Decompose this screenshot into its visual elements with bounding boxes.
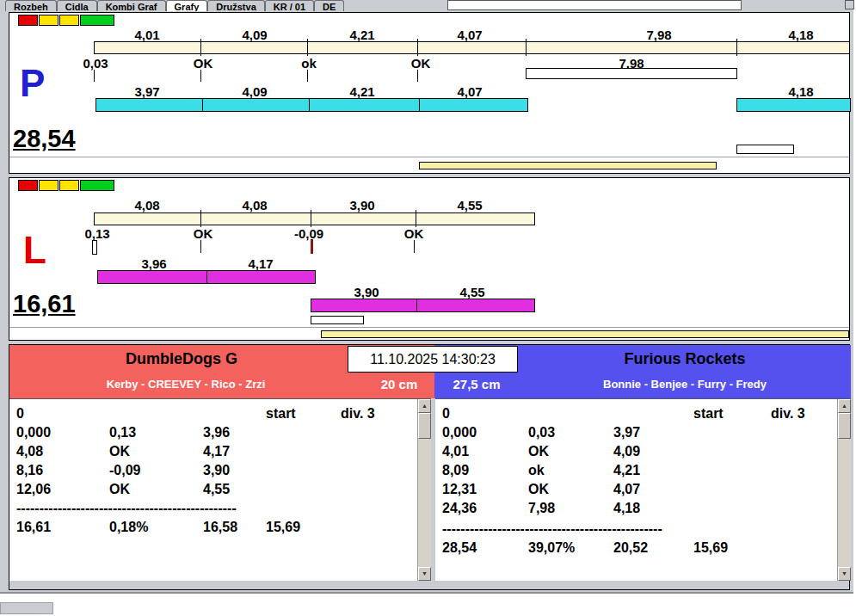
table-total-row: 28,54 39,07% 20,52 15,69 (435, 540, 851, 557)
table-row: 4,08 OK 4,17 (9, 444, 431, 461)
table-cell: 16,61 (16, 520, 51, 535)
tab-kombi-graf[interactable]: Kombi Graf (97, 0, 166, 11)
table-cell: 3,96 (203, 425, 230, 440)
ruler-tick (311, 210, 311, 227)
table-cell: 3,97 (613, 425, 640, 440)
crossing-mark-label: -0,09 (279, 226, 339, 241)
table-cell: 0,13 (109, 425, 136, 440)
crossing-tick (307, 70, 308, 82)
lane-l-progress-bar (321, 330, 849, 338)
run-split-label: 4,21 (332, 84, 392, 99)
split-time-label: 4,08 (225, 198, 285, 213)
status-light-yellow-1 (39, 15, 59, 26)
lane-l-total-time: 16,61 (13, 292, 76, 317)
table-cell: 12,06 (16, 482, 51, 497)
table-cell: 4,55 (203, 482, 230, 497)
lane-p-status-lights (18, 15, 115, 26)
split-time-label: 4,09 (225, 28, 285, 42)
lane-p-letter: P (20, 65, 45, 102)
run-split-label: 4,07 (440, 84, 500, 99)
tab-rozbeh[interactable]: Rozbeh (5, 0, 57, 11)
screen: Rozbeh Cidla Kombi Graf Grafy Družstva K… (0, 0, 856, 616)
lane-l-run-bar-1 (97, 270, 316, 284)
table-cell: 3,90 (203, 463, 230, 478)
table-cell: OK (528, 482, 549, 497)
vertical-scrollbar[interactable]: ▲ ▼ (417, 399, 431, 581)
table-cell: -0,09 (109, 463, 140, 478)
crossing-tick (200, 70, 201, 82)
crossing-tick (200, 240, 201, 253)
table-cell: div. 3 (771, 406, 805, 422)
team-left-members: Kerby - CREEVEY - Rico - Zrzi (9, 378, 362, 391)
table-row: 0,000 0,13 3,96 (9, 425, 431, 442)
vertical-scrollbar[interactable]: ▲ ▼ (837, 399, 851, 581)
results-section: DumbleDogs G Kerby - CREEVEY - Rico - Zr… (9, 344, 850, 590)
split-time-label: 4,07 (440, 28, 500, 42)
crossing-mark-label: OK (384, 226, 444, 241)
run-split-label: 4,09 (225, 84, 285, 99)
run-split-label: 4,17 (231, 256, 291, 271)
segment-divider (206, 271, 207, 283)
table-cell: 4,17 (203, 444, 230, 459)
split-time-label: 4,18 (771, 28, 831, 42)
scroll-up-button[interactable]: ▲ (418, 399, 431, 413)
ruler-tick (526, 39, 527, 56)
lane-l-marker-bar (311, 316, 364, 324)
scroll-thumb[interactable] (838, 413, 851, 439)
tab-kr-01[interactable]: KR / 01 (265, 0, 314, 11)
table-cell: OK (109, 482, 130, 497)
team-left-name: DumbleDogs G (9, 350, 354, 368)
panel-divider-line (9, 157, 849, 157)
ruler-tick (307, 39, 308, 56)
split-time-label: 4,01 (117, 28, 177, 42)
table-cell: 8,16 (16, 463, 43, 478)
segment-divider (309, 99, 310, 111)
run-split-label: 3,97 (117, 84, 177, 99)
lane-l-run-bar-2 (311, 299, 535, 312)
split-time-label: 4,21 (332, 28, 392, 42)
table-cell: 0 (16, 406, 24, 422)
table-separator-row: ----------------------------------------… (9, 501, 431, 518)
tab-de[interactable]: DE (314, 0, 344, 11)
ruler-tick (200, 39, 201, 56)
status-light-red (18, 180, 38, 191)
table-cell: ok (528, 463, 545, 478)
table-cell: 0,000 (16, 425, 51, 440)
crossing-mark-label: OK (173, 56, 233, 71)
scroll-down-button[interactable]: ▼ (838, 567, 851, 581)
lane-p-run-bar-1 (95, 98, 528, 112)
table-cell: 12,31 (442, 482, 477, 497)
table-cell: 0,000 (442, 425, 477, 440)
scroll-up-button[interactable]: ▲ (838, 399, 851, 413)
team-right-name: Furious Rockets (519, 350, 851, 368)
separator-dashes: ----------------------------------------… (442, 521, 662, 537)
lane-p-marker-bar (736, 145, 794, 154)
split-time-label: 7,98 (629, 28, 689, 42)
tab-druzstva[interactable]: Družstva (207, 0, 264, 11)
table-row: 8,16 -0,09 3,90 (9, 463, 431, 480)
tab-grafy[interactable]: Grafy (166, 0, 208, 11)
table-cell: OK (528, 444, 549, 459)
ruler-tick (200, 210, 201, 227)
window-bottom-fragment (0, 602, 53, 614)
segment-divider (419, 99, 420, 111)
team-right-members: Bonnie - Benjee - Furry - Fredy (519, 378, 851, 391)
crossing-tick (94, 70, 95, 82)
table-cell: 28,54 (442, 540, 477, 556)
toolbar-strip (447, 0, 742, 10)
table-cell: 8,09 (442, 463, 469, 478)
crossing-mark-label: ok (279, 56, 339, 71)
ruler-tick (417, 39, 418, 56)
table-total-row: 16,61 0,18% 16,58 15,69 (9, 520, 431, 537)
table-cell: 4,09 (613, 444, 640, 459)
split-time-label: 3,90 (332, 198, 392, 213)
table-header-row: 0 start div. 3 (435, 406, 851, 423)
split-time-label: 4,08 (117, 198, 177, 213)
crossing-mark-label: OK (173, 226, 233, 241)
scroll-thumb[interactable] (418, 413, 431, 439)
table-row: 8,09 ok 4,21 (435, 463, 851, 480)
tab-strip: Rozbeh Cidla Kombi Graf Grafy Družstva K… (5, 0, 344, 11)
tab-cidla[interactable]: Cidla (57, 0, 97, 11)
scroll-down-button[interactable]: ▼ (418, 567, 431, 581)
status-light-green (80, 15, 114, 26)
